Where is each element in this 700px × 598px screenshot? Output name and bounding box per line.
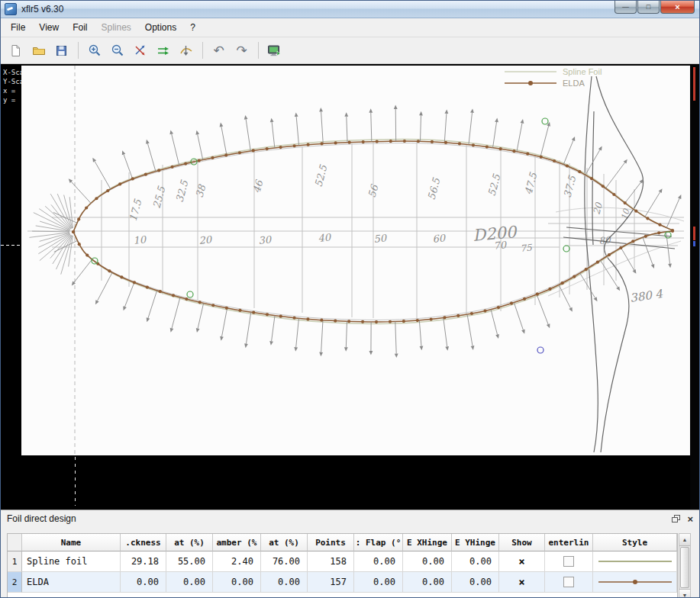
svg-text:52.5: 52.5 — [312, 163, 329, 188]
scan-red-mark — [693, 67, 695, 101]
row-number[interactable]: 2 — [8, 572, 22, 593]
svg-text:32.5: 32.5 — [173, 178, 190, 204]
save-view-button[interactable] — [263, 40, 285, 62]
panel-close-icon[interactable]: × — [687, 514, 693, 524]
style-sample[interactable] — [593, 572, 677, 593]
save-button[interactable] — [50, 40, 73, 62]
column-header[interactable]: E YHinge — [452, 534, 499, 551]
scroll-up-button[interactable]: ▲ — [679, 534, 690, 546]
undo-button[interactable]: ↶ — [208, 40, 230, 62]
cell-value[interactable]: 0.00 — [354, 551, 403, 572]
column-header[interactable]: amber (% — [213, 534, 261, 551]
titlebar[interactable]: xflr5 v6.30 — □ × — [1, 1, 699, 18]
undock-icon[interactable] — [672, 515, 680, 522]
zoom-out-button[interactable] — [106, 40, 128, 62]
panel-title: Foil direct design — [7, 513, 76, 524]
foil-table: Name.cknessat (%)amber (%at (%)Points: F… — [7, 533, 678, 598]
cell-value[interactable]: 2.40 — [213, 551, 261, 572]
show-toggle[interactable]: × — [499, 572, 545, 593]
column-header[interactable]: Style — [593, 534, 677, 551]
cell-value[interactable]: 0.00 — [121, 572, 166, 593]
cell-value[interactable]: 157 — [308, 572, 354, 593]
column-header[interactable]: E XHinge — [403, 534, 452, 551]
column-header[interactable]: enterlin — [545, 534, 593, 551]
svg-text:17.5: 17.5 — [127, 198, 144, 223]
right-edge-strip — [690, 64, 699, 510]
menu-foil[interactable]: Foil — [66, 20, 94, 35]
cell-value[interactable]: 55.00 — [166, 551, 213, 572]
cell-value[interactable]: 0.00 — [261, 572, 308, 593]
minimize-button[interactable]: — — [615, 1, 637, 14]
menu-view[interactable]: View — [32, 20, 66, 35]
centerline-checkbox[interactable] — [545, 572, 593, 593]
scroll-down-button[interactable]: ▼ — [679, 589, 690, 598]
zoom-in-button[interactable] — [83, 40, 105, 62]
scan-blue-mark — [693, 241, 695, 246]
new-file-button[interactable] — [5, 40, 27, 62]
column-header[interactable]: Name — [22, 534, 121, 551]
cell-value[interactable]: 0.00 — [166, 572, 213, 593]
toolbar-separator — [78, 42, 79, 59]
cell-value[interactable]: 0.00 — [354, 572, 403, 593]
svg-text:60: 60 — [432, 232, 447, 245]
svg-text:56.5: 56.5 — [425, 176, 442, 201]
close-button[interactable]: × — [660, 1, 695, 14]
open-folder-button[interactable] — [27, 40, 50, 62]
cell-value[interactable]: 76.00 — [261, 551, 308, 572]
table-scrollbar[interactable]: ▲ ▼ — [679, 533, 691, 598]
menu-splines[interactable]: Splines — [94, 20, 137, 35]
table-corner — [8, 534, 22, 551]
scan-profile-sketch — [563, 76, 675, 452]
design-canvas[interactable]: 17.525.532.5384652.55656.552.547.537.520… — [21, 66, 692, 455]
cell-value[interactable]: 158 — [308, 551, 354, 572]
column-header[interactable]: Show — [499, 534, 545, 551]
toolbar-separator — [202, 42, 203, 59]
toolbar-separator — [258, 42, 259, 59]
window-title: xflr5 v6.30 — [21, 4, 63, 14]
menu-options[interactable]: Options — [138, 20, 183, 35]
column-header[interactable]: : Flap (° — [354, 534, 403, 551]
svg-text:56: 56 — [366, 182, 380, 199]
cell-value[interactable]: 0.00 — [452, 551, 499, 572]
cell-foil-name[interactable]: Spline foil — [22, 551, 121, 572]
design-area: 17.525.532.5384652.55656.552.547.537.520… — [1, 64, 699, 510]
centerline-checkbox[interactable] — [545, 551, 593, 572]
scroll-thumb[interactable] — [680, 547, 689, 588]
svg-text:40: 40 — [318, 231, 333, 244]
style-sample[interactable] — [593, 551, 677, 572]
redo-button[interactable]: ↷ — [231, 40, 253, 62]
toolbar: ↶↷ — [1, 37, 699, 64]
menu-bar: FileViewFoilSplinesOptions? — [1, 18, 699, 37]
column-header[interactable]: at (%) — [166, 534, 213, 551]
app-icon — [5, 3, 17, 15]
cell-value[interactable]: 0.00 — [403, 572, 452, 593]
normal-arrows — [54, 232, 672, 358]
column-header[interactable]: .ckness — [121, 534, 166, 551]
window-controls: — □ × — [614, 1, 695, 14]
crosshair-vertical — [75, 457, 76, 506]
cell-value[interactable]: 0.00 — [403, 551, 452, 572]
reset-x-scale-button[interactable] — [129, 40, 151, 62]
cell-value[interactable]: 0.00 — [452, 572, 499, 593]
cell-value[interactable]: 29.18 — [121, 551, 166, 572]
panel-header[interactable]: Foil direct design × — [1, 510, 699, 527]
row-number[interactable]: 1 — [8, 551, 22, 572]
svg-text:25.5: 25.5 — [150, 185, 167, 210]
column-header[interactable]: at (%) — [261, 534, 308, 551]
menu-file[interactable]: File — [4, 20, 32, 35]
sketch-annotations: 17.525.532.5384652.55656.552.547.537.520… — [127, 163, 663, 305]
reset-y-scale-button[interactable] — [152, 40, 174, 62]
menu-help[interactable]: ? — [183, 20, 202, 35]
svg-text:380 4: 380 4 — [629, 287, 663, 305]
svg-text:46: 46 — [250, 178, 265, 195]
show-toggle[interactable]: × — [499, 551, 545, 572]
svg-text:Spline Foil: Spline Foil — [563, 67, 602, 76]
svg-text:20: 20 — [198, 233, 214, 246]
show-all-button[interactable] — [175, 40, 197, 62]
maximize-button[interactable]: □ — [637, 1, 660, 14]
foil-design-panel: Foil direct design × Name.cknessat (%)am… — [1, 510, 699, 598]
cell-value[interactable]: 0.00 — [213, 572, 261, 593]
cell-foil-name[interactable]: ELDA — [22, 572, 121, 593]
column-header[interactable]: Points — [308, 534, 354, 551]
y-axis-marker — [1, 245, 21, 246]
